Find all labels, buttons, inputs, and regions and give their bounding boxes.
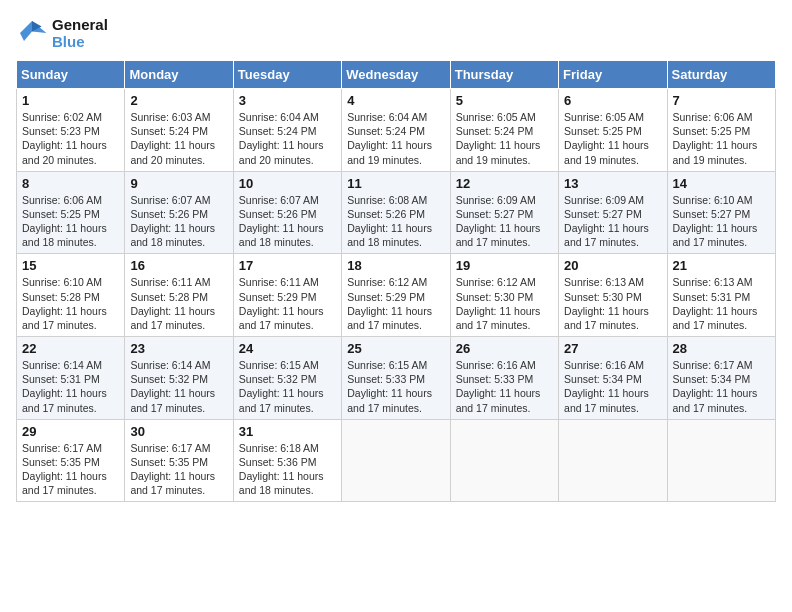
calendar-cell: 10Sunrise: 6:07 AM Sunset: 5:26 PM Dayli… xyxy=(233,171,341,254)
day-info: Sunrise: 6:13 AM Sunset: 5:30 PM Dayligh… xyxy=(564,275,661,332)
day-number: 26 xyxy=(456,341,553,356)
calendar-cell: 9Sunrise: 6:07 AM Sunset: 5:26 PM Daylig… xyxy=(125,171,233,254)
day-info: Sunrise: 6:06 AM Sunset: 5:25 PM Dayligh… xyxy=(673,110,770,167)
logo-icon xyxy=(16,17,48,49)
calendar-cell: 12Sunrise: 6:09 AM Sunset: 5:27 PM Dayli… xyxy=(450,171,558,254)
day-info: Sunrise: 6:08 AM Sunset: 5:26 PM Dayligh… xyxy=(347,193,444,250)
day-number: 7 xyxy=(673,93,770,108)
day-number: 15 xyxy=(22,258,119,273)
day-number: 1 xyxy=(22,93,119,108)
calendar-weekday-monday: Monday xyxy=(125,61,233,89)
day-info: Sunrise: 6:13 AM Sunset: 5:31 PM Dayligh… xyxy=(673,275,770,332)
calendar-cell: 21Sunrise: 6:13 AM Sunset: 5:31 PM Dayli… xyxy=(667,254,775,337)
day-info: Sunrise: 6:10 AM Sunset: 5:27 PM Dayligh… xyxy=(673,193,770,250)
calendar-cell: 22Sunrise: 6:14 AM Sunset: 5:31 PM Dayli… xyxy=(17,337,125,420)
calendar-cell: 11Sunrise: 6:08 AM Sunset: 5:26 PM Dayli… xyxy=(342,171,450,254)
calendar-cell: 8Sunrise: 6:06 AM Sunset: 5:25 PM Daylig… xyxy=(17,171,125,254)
calendar-weekday-wednesday: Wednesday xyxy=(342,61,450,89)
day-number: 29 xyxy=(22,424,119,439)
calendar-cell xyxy=(667,419,775,502)
calendar-body: 1Sunrise: 6:02 AM Sunset: 5:23 PM Daylig… xyxy=(17,89,776,502)
day-info: Sunrise: 6:05 AM Sunset: 5:24 PM Dayligh… xyxy=(456,110,553,167)
calendar-weekday-tuesday: Tuesday xyxy=(233,61,341,89)
calendar-cell: 17Sunrise: 6:11 AM Sunset: 5:29 PM Dayli… xyxy=(233,254,341,337)
calendar-cell: 20Sunrise: 6:13 AM Sunset: 5:30 PM Dayli… xyxy=(559,254,667,337)
day-info: Sunrise: 6:14 AM Sunset: 5:32 PM Dayligh… xyxy=(130,358,227,415)
logo-text: General Blue xyxy=(52,16,108,50)
day-info: Sunrise: 6:11 AM Sunset: 5:28 PM Dayligh… xyxy=(130,275,227,332)
calendar-cell: 19Sunrise: 6:12 AM Sunset: 5:30 PM Dayli… xyxy=(450,254,558,337)
calendar-cell: 28Sunrise: 6:17 AM Sunset: 5:34 PM Dayli… xyxy=(667,337,775,420)
calendar-cell: 1Sunrise: 6:02 AM Sunset: 5:23 PM Daylig… xyxy=(17,89,125,172)
day-number: 17 xyxy=(239,258,336,273)
day-info: Sunrise: 6:14 AM Sunset: 5:31 PM Dayligh… xyxy=(22,358,119,415)
day-number: 20 xyxy=(564,258,661,273)
day-info: Sunrise: 6:12 AM Sunset: 5:29 PM Dayligh… xyxy=(347,275,444,332)
day-info: Sunrise: 6:17 AM Sunset: 5:34 PM Dayligh… xyxy=(673,358,770,415)
day-info: Sunrise: 6:16 AM Sunset: 5:34 PM Dayligh… xyxy=(564,358,661,415)
calendar-cell: 18Sunrise: 6:12 AM Sunset: 5:29 PM Dayli… xyxy=(342,254,450,337)
calendar-cell: 31Sunrise: 6:18 AM Sunset: 5:36 PM Dayli… xyxy=(233,419,341,502)
day-info: Sunrise: 6:07 AM Sunset: 5:26 PM Dayligh… xyxy=(130,193,227,250)
day-info: Sunrise: 6:17 AM Sunset: 5:35 PM Dayligh… xyxy=(130,441,227,498)
calendar-cell: 4Sunrise: 6:04 AM Sunset: 5:24 PM Daylig… xyxy=(342,89,450,172)
day-number: 9 xyxy=(130,176,227,191)
calendar-cell: 5Sunrise: 6:05 AM Sunset: 5:24 PM Daylig… xyxy=(450,89,558,172)
day-number: 12 xyxy=(456,176,553,191)
calendar-weekday-saturday: Saturday xyxy=(667,61,775,89)
day-number: 28 xyxy=(673,341,770,356)
day-info: Sunrise: 6:04 AM Sunset: 5:24 PM Dayligh… xyxy=(239,110,336,167)
day-number: 27 xyxy=(564,341,661,356)
calendar-header: SundayMondayTuesdayWednesdayThursdayFrid… xyxy=(17,61,776,89)
calendar-cell: 14Sunrise: 6:10 AM Sunset: 5:27 PM Dayli… xyxy=(667,171,775,254)
day-info: Sunrise: 6:05 AM Sunset: 5:25 PM Dayligh… xyxy=(564,110,661,167)
day-number: 5 xyxy=(456,93,553,108)
calendar-week-5: 29Sunrise: 6:17 AM Sunset: 5:35 PM Dayli… xyxy=(17,419,776,502)
day-info: Sunrise: 6:18 AM Sunset: 5:36 PM Dayligh… xyxy=(239,441,336,498)
calendar-cell xyxy=(559,419,667,502)
day-info: Sunrise: 6:09 AM Sunset: 5:27 PM Dayligh… xyxy=(456,193,553,250)
day-number: 25 xyxy=(347,341,444,356)
day-info: Sunrise: 6:06 AM Sunset: 5:25 PM Dayligh… xyxy=(22,193,119,250)
calendar-cell: 29Sunrise: 6:17 AM Sunset: 5:35 PM Dayli… xyxy=(17,419,125,502)
day-number: 18 xyxy=(347,258,444,273)
calendar-cell: 6Sunrise: 6:05 AM Sunset: 5:25 PM Daylig… xyxy=(559,89,667,172)
day-number: 21 xyxy=(673,258,770,273)
day-info: Sunrise: 6:15 AM Sunset: 5:32 PM Dayligh… xyxy=(239,358,336,415)
day-number: 3 xyxy=(239,93,336,108)
calendar-cell: 24Sunrise: 6:15 AM Sunset: 5:32 PM Dayli… xyxy=(233,337,341,420)
logo: General Blue xyxy=(16,16,108,50)
calendar-weekday-thursday: Thursday xyxy=(450,61,558,89)
day-number: 24 xyxy=(239,341,336,356)
day-info: Sunrise: 6:17 AM Sunset: 5:35 PM Dayligh… xyxy=(22,441,119,498)
day-info: Sunrise: 6:02 AM Sunset: 5:23 PM Dayligh… xyxy=(22,110,119,167)
day-info: Sunrise: 6:07 AM Sunset: 5:26 PM Dayligh… xyxy=(239,193,336,250)
calendar-week-4: 22Sunrise: 6:14 AM Sunset: 5:31 PM Dayli… xyxy=(17,337,776,420)
calendar-weekday-friday: Friday xyxy=(559,61,667,89)
calendar-cell xyxy=(450,419,558,502)
calendar-week-1: 1Sunrise: 6:02 AM Sunset: 5:23 PM Daylig… xyxy=(17,89,776,172)
day-info: Sunrise: 6:09 AM Sunset: 5:27 PM Dayligh… xyxy=(564,193,661,250)
calendar-cell: 27Sunrise: 6:16 AM Sunset: 5:34 PM Dayli… xyxy=(559,337,667,420)
day-number: 8 xyxy=(22,176,119,191)
calendar-cell: 16Sunrise: 6:11 AM Sunset: 5:28 PM Dayli… xyxy=(125,254,233,337)
day-number: 22 xyxy=(22,341,119,356)
calendar-cell: 7Sunrise: 6:06 AM Sunset: 5:25 PM Daylig… xyxy=(667,89,775,172)
day-number: 13 xyxy=(564,176,661,191)
calendar-cell: 23Sunrise: 6:14 AM Sunset: 5:32 PM Dayli… xyxy=(125,337,233,420)
day-number: 23 xyxy=(130,341,227,356)
day-info: Sunrise: 6:11 AM Sunset: 5:29 PM Dayligh… xyxy=(239,275,336,332)
calendar-week-2: 8Sunrise: 6:06 AM Sunset: 5:25 PM Daylig… xyxy=(17,171,776,254)
calendar-cell: 26Sunrise: 6:16 AM Sunset: 5:33 PM Dayli… xyxy=(450,337,558,420)
day-info: Sunrise: 6:10 AM Sunset: 5:28 PM Dayligh… xyxy=(22,275,119,332)
day-info: Sunrise: 6:03 AM Sunset: 5:24 PM Dayligh… xyxy=(130,110,227,167)
calendar-table: SundayMondayTuesdayWednesdayThursdayFrid… xyxy=(16,60,776,502)
page-header: General Blue xyxy=(16,16,776,50)
day-number: 14 xyxy=(673,176,770,191)
day-number: 16 xyxy=(130,258,227,273)
day-number: 30 xyxy=(130,424,227,439)
calendar-cell: 25Sunrise: 6:15 AM Sunset: 5:33 PM Dayli… xyxy=(342,337,450,420)
calendar-cell: 2Sunrise: 6:03 AM Sunset: 5:24 PM Daylig… xyxy=(125,89,233,172)
calendar-cell: 13Sunrise: 6:09 AM Sunset: 5:27 PM Dayli… xyxy=(559,171,667,254)
calendar-week-3: 15Sunrise: 6:10 AM Sunset: 5:28 PM Dayli… xyxy=(17,254,776,337)
